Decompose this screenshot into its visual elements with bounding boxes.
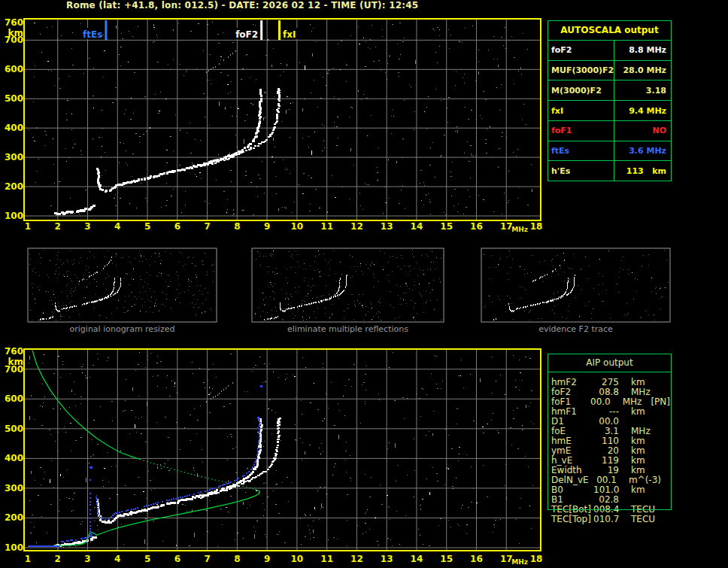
svg-text:3: 3 [84, 554, 90, 564]
svg-text:13: 13 [381, 554, 393, 564]
svg-text:7: 7 [204, 554, 210, 564]
svg-text:4: 4 [114, 221, 120, 232]
svg-text:400: 400 [5, 123, 23, 133]
svg-text:400: 400 [5, 453, 23, 463]
svg-text:17: 17 [500, 221, 513, 232]
svg-text:500: 500 [5, 424, 23, 434]
svg-text:300: 300 [5, 152, 23, 163]
svg-text:500: 500 [5, 93, 23, 104]
svg-text:6: 6 [174, 221, 180, 232]
svg-text:18: 18 [530, 221, 543, 232]
autoscala-row-label: foF2 [548, 41, 614, 60]
aip-table-header: AIP output [548, 354, 671, 372]
autoscala-row-value: 3.18 [614, 80, 671, 100]
aip-cell-an: [PN] [651, 397, 670, 407]
autoscala-row-value: 8.8 MHz [614, 41, 671, 60]
svg-text:11: 11 [320, 221, 333, 232]
autoscala-row-fof1: foF1NO [548, 121, 671, 141]
aip-cell-au: TECU [631, 515, 655, 524]
svg-text:18: 18 [530, 554, 543, 564]
thumbnail-caption-evidence: evidence F2 trace [481, 324, 670, 334]
autoscala-row-value: NO [614, 121, 671, 141]
svg-text:6: 6 [174, 554, 180, 564]
svg-text:760: 760 [5, 17, 23, 28]
aip-table-bottom-border [548, 509, 672, 510]
svg-text:2: 2 [55, 554, 61, 564]
aip-cell-al: TEC[Top] [548, 515, 593, 524]
svg-text:11: 11 [320, 554, 333, 564]
autoscala-table-header: AUTOSCALA output [548, 21, 671, 41]
svg-text:fxI: fxI [283, 29, 296, 40]
autoscala-row-label: h'Es [548, 161, 614, 181]
svg-text:100: 100 [5, 211, 23, 221]
svg-text:ftEs: ftEs [83, 29, 102, 40]
autoscala-row-value: 113 km [614, 161, 671, 181]
svg-text:5: 5 [144, 554, 150, 564]
svg-text:100: 100 [5, 542, 23, 553]
svg-text:16: 16 [470, 554, 483, 564]
aip-row-tectop: TEC[Top]010.7TECU [548, 515, 670, 524]
svg-text:10: 10 [291, 554, 304, 564]
svg-text:MHz: MHz [511, 226, 528, 233]
autoscala-row-value: 28.0 MHz [614, 61, 671, 80]
autoscala-row-ftes: ftEs3.6 MHz [548, 141, 671, 162]
autoscala-row-muf3000f2: MUF(3000)F228.0 MHz [548, 61, 671, 81]
svg-text:MHz: MHz [511, 558, 528, 566]
svg-text:10: 10 [291, 221, 304, 232]
svg-text:8: 8 [234, 221, 240, 232]
autoscala-row-value: 9.4 MHz [614, 101, 671, 120]
autoscala-table-rows: foF28.8 MHzMUF(3000)F228.0 MHzM(3000)F23… [548, 41, 671, 181]
aip-cell-au: km [631, 485, 645, 495]
svg-text:14: 14 [411, 554, 423, 564]
autoscala-row-label: foF1 [548, 121, 614, 141]
autoscala-row-fof2: foF28.8 MHz [548, 41, 671, 61]
svg-text:km: km [8, 357, 23, 367]
svg-text:200: 200 [5, 181, 23, 192]
svg-text:km: km [8, 28, 23, 38]
svg-text:760: 760 [5, 346, 23, 357]
autoscala-row-m3000f2: M(3000)F23.18 [548, 80, 671, 101]
svg-text:4: 4 [114, 554, 120, 564]
autoscala-output-table: AUTOSCALA output foF28.8 MHzMUF(3000)F22… [548, 20, 672, 181]
svg-text:1: 1 [25, 554, 31, 564]
autoscala-row-label: MUF(3000)F2 [548, 61, 614, 80]
svg-text:14: 14 [411, 221, 423, 232]
svg-text:600: 600 [5, 64, 23, 74]
svg-text:200: 200 [5, 512, 23, 523]
autoscala-row-value: 3.6 MHz [614, 141, 671, 161]
aip-cell-av: 00.0 [588, 397, 611, 407]
svg-text:300: 300 [5, 483, 23, 494]
svg-text:5: 5 [144, 221, 150, 232]
thumbnail-caption-original: original ionogram resized [28, 324, 217, 334]
svg-text:12: 12 [350, 221, 363, 232]
autoscala-row-label: fxI [548, 101, 614, 120]
aip-table-rows: hmF2275kmfoF208.8MHzfoF100.0MHz[PN]hmF1-… [548, 378, 670, 505]
svg-text:2: 2 [55, 221, 61, 232]
svg-text:17: 17 [500, 554, 513, 564]
svg-text:13: 13 [381, 221, 393, 232]
autoscala-row-label: M(3000)F2 [548, 80, 614, 100]
svg-text:8: 8 [234, 554, 240, 564]
svg-text:7: 7 [204, 221, 210, 232]
autoscala-app-window: Rome (lat: +41.8, lon: 012.5) - DATE: 20… [0, 0, 728, 568]
svg-text:15: 15 [440, 554, 453, 564]
svg-text:9: 9 [264, 554, 270, 564]
svg-text:foF2: foF2 [235, 29, 258, 40]
autoscala-row-label: ftEs [548, 141, 614, 161]
aip-cell-av: 010.7 [593, 515, 619, 524]
aip-cell-au: km [631, 407, 645, 417]
svg-text:600: 600 [5, 393, 23, 404]
svg-text:3: 3 [84, 221, 90, 232]
svg-text:15: 15 [440, 221, 453, 232]
svg-text:12: 12 [350, 554, 363, 564]
svg-text:16: 16 [470, 221, 483, 232]
thumbnail-caption-eliminate: eliminate multiple reflections [252, 324, 444, 334]
autoscala-row-fxi: fxI9.4 MHz [548, 101, 671, 121]
autoscala-row-hes: h'Es113 km [548, 161, 671, 181]
svg-text:9: 9 [264, 221, 270, 232]
svg-text:1: 1 [25, 221, 31, 232]
